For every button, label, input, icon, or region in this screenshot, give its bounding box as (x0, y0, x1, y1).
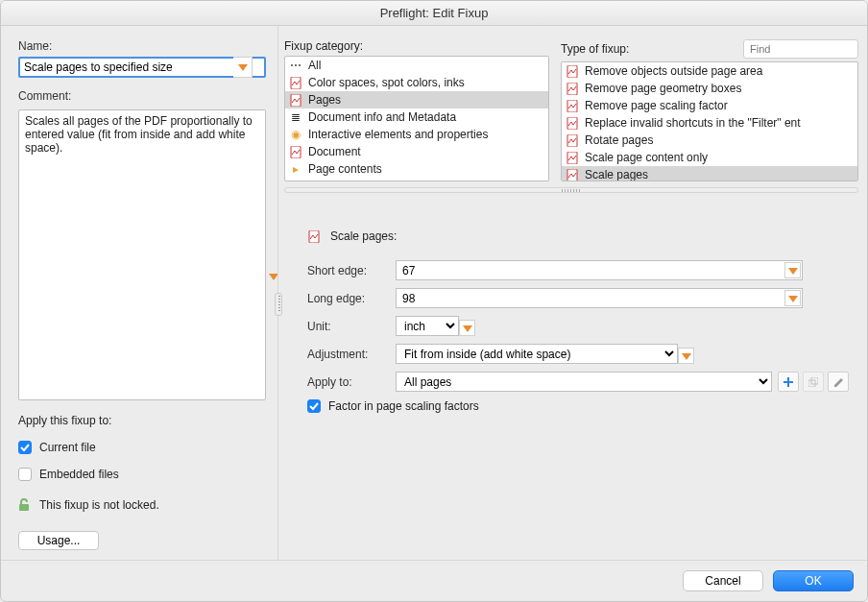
type-label: Type of fixup: (561, 42, 629, 56)
type-item[interactable]: Scale pages (562, 166, 857, 181)
plus-icon (784, 377, 793, 387)
pdf-icon (566, 99, 579, 112)
type-text: Remove page scaling factor (585, 99, 728, 112)
dialog-footer: Cancel OK (1, 560, 867, 601)
find-input[interactable] (743, 39, 858, 59)
right-column: Fixup category: ⋯AllColor spaces, spot c… (277, 26, 867, 560)
category-item[interactable]: ▸Page contents (285, 160, 548, 178)
category-icon: ≣ (289, 110, 302, 124)
category-item[interactable]: ⋯All (285, 57, 548, 74)
category-label: Fixup category: (284, 39, 363, 53)
type-item[interactable]: Rotate pages (562, 132, 857, 149)
cancel-button[interactable]: Cancel (683, 570, 763, 591)
usage-button[interactable]: Usage... (18, 531, 99, 550)
pdf-icon (566, 133, 579, 147)
lock-icon (18, 498, 32, 512)
name-input[interactable] (18, 57, 266, 78)
type-item[interactable]: Remove page geometry boxes (562, 80, 857, 97)
adjustment-label: Adjustment: (307, 348, 396, 361)
category-icon: ▸ (289, 162, 302, 176)
category-text: Document (308, 145, 361, 158)
pdf-icon (566, 64, 579, 78)
type-text: Scale pages (585, 168, 648, 181)
short-edge-input[interactable] (396, 260, 803, 280)
pdf-icon (566, 151, 579, 164)
category-text: All (308, 59, 321, 72)
pdf-icon (307, 229, 321, 243)
unit-select[interactable]: inch (396, 316, 459, 336)
type-item[interactable]: Remove objects outside page area (562, 62, 857, 80)
long-edge-input[interactable] (396, 288, 803, 308)
long-edge-dropdown[interactable] (784, 290, 801, 306)
apply-fixup-label: Apply this fixup to: (18, 414, 266, 427)
adjustment-select[interactable]: Fit from inside (add white space) (396, 344, 678, 364)
category-item[interactable]: Pages (285, 91, 548, 108)
pdf-icon (566, 82, 579, 95)
lock-status-text: This fixup is not locked. (39, 498, 159, 512)
type-text: Scale page content only (585, 151, 708, 164)
category-text: Document info and Metadata (308, 110, 456, 124)
pencil-icon (833, 377, 843, 387)
type-listbox[interactable]: Remove objects outside page areaRemove p… (561, 61, 858, 181)
left-column: Name: Comment: Scales all pages of the P… (1, 26, 277, 560)
embedded-files-checkbox[interactable] (18, 468, 32, 481)
unit-label: Unit: (307, 320, 396, 333)
category-item[interactable]: ≣Document info and Metadata (285, 108, 548, 126)
type-text: Remove page geometry boxes (585, 82, 741, 95)
add-button[interactable] (778, 372, 799, 392)
comment-textarea[interactable]: Scales all pages of the PDF proportional… (18, 109, 266, 400)
category-icon (289, 145, 302, 158)
ok-button[interactable]: OK (773, 570, 854, 591)
unit-dropdown[interactable] (459, 320, 475, 336)
pdf-icon (566, 168, 579, 181)
current-file-label: Current file (39, 441, 96, 454)
category-text: Page contents (308, 162, 382, 176)
current-file-checkbox[interactable] (18, 441, 32, 454)
adjustment-dropdown[interactable] (678, 348, 694, 364)
category-item[interactable]: Color spaces, spot colors, inks (285, 74, 548, 91)
embedded-files-label: Embedded files (39, 468, 119, 481)
factor-label: Factor in page scaling factors (328, 399, 479, 413)
category-icon: ◉ (289, 128, 302, 141)
category-text: Interactive elements and properties (308, 128, 488, 141)
fixup-form: Scale pages: Short edge: Long edge: (284, 205, 858, 421)
comment-label: Comment: (18, 89, 266, 103)
short-edge-label: Short edge: (307, 264, 396, 277)
type-text: Remove objects outside page area (585, 64, 762, 78)
short-edge-dropdown[interactable] (784, 262, 801, 278)
apply-to-select[interactable]: All pages (396, 372, 772, 392)
factor-checkbox[interactable] (307, 399, 321, 413)
name-dropdown-button[interactable] (233, 57, 253, 78)
long-edge-label: Long edge: (307, 292, 396, 305)
type-item[interactable]: Scale page content only (562, 149, 857, 166)
apply-to-label: Apply to: (307, 375, 396, 389)
category-text: Pages (308, 93, 341, 107)
comment-text: Scales all pages of the PDF proportional… (25, 114, 253, 155)
category-icon (289, 93, 302, 107)
category-icon: ⋯ (289, 59, 302, 72)
name-label: Name: (18, 39, 266, 53)
chevron-down-icon (238, 62, 248, 72)
horizontal-splitter[interactable] (284, 187, 858, 199)
category-item[interactable]: ◉Interactive elements and properties (285, 126, 548, 143)
edit-button[interactable] (828, 372, 849, 392)
category-item[interactable]: Document (285, 143, 548, 160)
category-text: Color spaces, spot colors, inks (308, 76, 465, 89)
category-icon (289, 76, 302, 89)
pdf-icon (566, 116, 579, 130)
window-title: Preflight: Edit Fixup (1, 1, 867, 26)
column-splitter[interactable] (275, 293, 282, 316)
duplicate-icon (808, 377, 818, 387)
duplicate-button (803, 372, 824, 392)
category-listbox[interactable]: ⋯AllColor spaces, spot colors, inksPages… (284, 56, 549, 181)
type-text: Replace invalid shortcuts in the "Filter… (585, 116, 801, 130)
preflight-edit-fixup-window: Preflight: Edit Fixup Name: Comment: Sca… (0, 0, 868, 602)
type-item[interactable]: Remove page scaling factor (562, 97, 857, 114)
type-text: Rotate pages (585, 133, 653, 147)
section-title: Scale pages: (330, 229, 397, 243)
type-item[interactable]: Replace invalid shortcuts in the "Filter… (562, 114, 857, 132)
